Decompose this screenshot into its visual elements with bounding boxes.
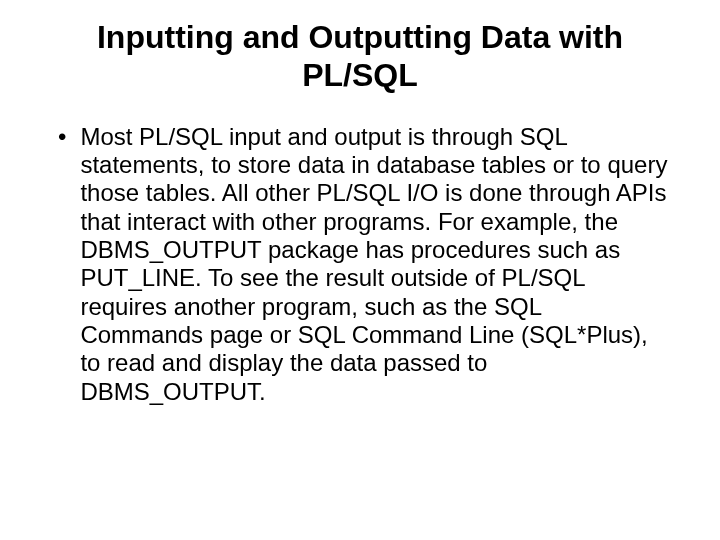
slide-title: Inputting and Outputting Data with PL/SQ… — [50, 18, 670, 95]
bullet-item: • Most PL/SQL input and output is throug… — [50, 123, 670, 406]
bullet-marker-icon: • — [58, 123, 66, 151]
bullet-text: Most PL/SQL input and output is through … — [80, 123, 670, 406]
